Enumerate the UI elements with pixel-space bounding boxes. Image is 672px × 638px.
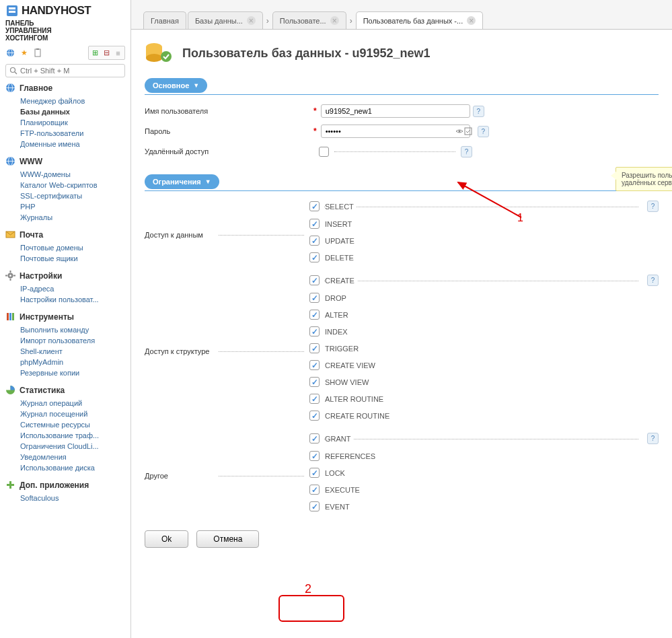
nav-item[interactable]: Уведомления: [20, 452, 125, 462]
nav-section-3[interactable]: Настройки: [5, 271, 125, 281]
perm-checkbox[interactable]: [309, 236, 320, 246]
perm-checkbox[interactable]: [309, 275, 320, 285]
perm-label: INDEX: [325, 328, 350, 336]
nav-item[interactable]: WWW-домены: [20, 169, 125, 180]
nav-item[interactable]: Импорт пользователя: [20, 335, 125, 346]
section-main-badge[interactable]: Основное▼: [145, 78, 207, 93]
perm-checkbox[interactable]: [309, 468, 320, 478]
nav-item[interactable]: Журналы: [20, 212, 125, 223]
nav-item[interactable]: Использование траф...: [20, 430, 125, 441]
perm-checkbox[interactable]: [309, 451, 320, 461]
perm-checkbox[interactable]: [309, 501, 320, 511]
perm-label: CREATE ROUTINE: [325, 412, 392, 420]
help-icon[interactable]: ?: [478, 126, 489, 137]
help-icon[interactable]: ?: [461, 146, 472, 157]
perm-checkbox[interactable]: [309, 433, 320, 444]
help-icon[interactable]: ?: [647, 275, 659, 286]
eye-icon[interactable]: [455, 127, 463, 135]
nav-item[interactable]: Журнал операций: [20, 398, 125, 409]
chevron-right-icon: ›: [348, 16, 354, 29]
nav-item[interactable]: Почтовые домены: [20, 242, 125, 253]
nav-item[interactable]: Ограничения CloudLi...: [20, 441, 125, 452]
nav-item[interactable]: Настройки пользоват...: [20, 294, 125, 305]
help-icon[interactable]: ?: [647, 433, 659, 444]
nav-section-5[interactable]: Статистика: [5, 385, 125, 395]
svg-rect-2: [9, 11, 15, 13]
nav-item[interactable]: Журнал посещений: [20, 409, 125, 419]
perm-group-label: Другое: [145, 472, 171, 480]
perm-checkbox[interactable]: [309, 360, 320, 370]
perm-label: SELECT: [325, 203, 357, 211]
perm-checkbox[interactable]: [309, 310, 320, 320]
cancel-button[interactable]: Отмена: [196, 530, 259, 548]
username-input[interactable]: [321, 104, 470, 118]
chevron-down-icon: ▼: [193, 82, 199, 89]
sidebar-search[interactable]: [5, 64, 125, 77]
svg-point-32: [458, 131, 460, 133]
perm-checkbox[interactable]: [309, 343, 320, 353]
help-icon[interactable]: ?: [473, 106, 484, 117]
nav-item[interactable]: Shell-клиент: [20, 346, 125, 357]
ok-button[interactable]: Ok: [145, 530, 188, 548]
help-icon[interactable]: ?: [647, 201, 659, 212]
section-limits-badge[interactable]: Ограничения▼: [145, 174, 219, 189]
nav-item[interactable]: Системные ресурсы: [20, 419, 125, 430]
expand-icon[interactable]: ⊞: [90, 48, 100, 58]
sort-icon[interactable]: ≡: [113, 48, 123, 58]
nav-item[interactable]: PHP: [20, 201, 125, 212]
generate-icon[interactable]: [464, 127, 472, 135]
nav-item[interactable]: Выполнить команду: [20, 324, 125, 335]
perm-label: INSERT: [325, 220, 354, 228]
search-input[interactable]: [20, 67, 121, 75]
home-icon[interactable]: [5, 48, 15, 58]
nav-item[interactable]: Почтовые ящики: [20, 253, 125, 264]
perm-checkbox[interactable]: [309, 394, 320, 404]
clipboard-icon[interactable]: [32, 48, 42, 58]
chevron-right-icon: ›: [264, 16, 271, 29]
tab-3[interactable]: Пользователь баз данных -...×: [356, 11, 484, 29]
remote-checkbox[interactable]: [319, 147, 329, 157]
close-icon[interactable]: ×: [330, 16, 339, 25]
brand-name: HANDYHOST: [22, 4, 91, 17]
nav-section-2[interactable]: Почта: [5, 229, 125, 240]
perm-checkbox[interactable]: [309, 377, 320, 387]
tab-0[interactable]: Главная: [143, 11, 186, 29]
perm-checkbox[interactable]: [309, 293, 320, 303]
perm-label: EXECUTE: [325, 486, 363, 494]
nav-item[interactable]: Softaculous: [20, 493, 125, 503]
close-icon[interactable]: ×: [247, 16, 256, 25]
nav-item[interactable]: Базы данных: [20, 106, 125, 117]
perm-checkbox[interactable]: [309, 411, 320, 421]
password-input[interactable]: [321, 125, 470, 138]
perm-checkbox[interactable]: [309, 485, 320, 495]
close-icon[interactable]: ×: [467, 16, 476, 25]
nav-item[interactable]: phpMyAdmin: [20, 357, 125, 367]
nav-item[interactable]: Каталог Web-скриптов: [20, 180, 125, 190]
star-icon[interactable]: ★: [19, 48, 29, 58]
brand-block: HANDYHOST ПАНЕЛЬ УПРАВЛЕНИЯ ХОСТИНГОМ: [5, 3, 125, 42]
perm-checkbox[interactable]: [309, 219, 320, 229]
nav-item[interactable]: Менеджер файлов: [20, 96, 125, 106]
nav-section-4[interactable]: Инструменты: [5, 312, 125, 322]
nav-section-0[interactable]: Главное: [5, 83, 125, 93]
perm-checkbox[interactable]: [309, 252, 320, 262]
nav-item[interactable]: Использование диска: [20, 462, 125, 473]
perm-checkbox[interactable]: [309, 326, 320, 336]
tab-bar: ГлавнаяБазы данны...×›Пользовате...×›Пол…: [131, 0, 672, 30]
nav-item[interactable]: Планировщик: [20, 117, 125, 128]
collapse-icon[interactable]: ⊟: [102, 48, 112, 58]
brand-subtitle: ПАНЕЛЬ УПРАВЛЕНИЯ ХОСТИНГОМ: [5, 20, 125, 42]
svg-line-9: [15, 72, 17, 74]
nav-item[interactable]: Доменные имена: [20, 139, 125, 149]
nav-item[interactable]: SSL-сертификаты: [20, 190, 125, 201]
nav-item[interactable]: IP-адреса: [20, 283, 125, 294]
tab-1[interactable]: Базы данны...×: [188, 11, 263, 29]
tab-2[interactable]: Пользовате...×: [272, 11, 346, 29]
svg-point-8: [11, 68, 15, 73]
remote-label: Удалённый доступ: [145, 147, 211, 155]
perm-checkbox[interactable]: [309, 201, 320, 211]
nav-item[interactable]: Резервные копии: [20, 367, 125, 378]
nav-section-1[interactable]: WWW: [5, 156, 125, 166]
nav-item[interactable]: FTP-пользователи: [20, 128, 125, 139]
nav-section-6[interactable]: Доп. приложения: [5, 480, 125, 490]
